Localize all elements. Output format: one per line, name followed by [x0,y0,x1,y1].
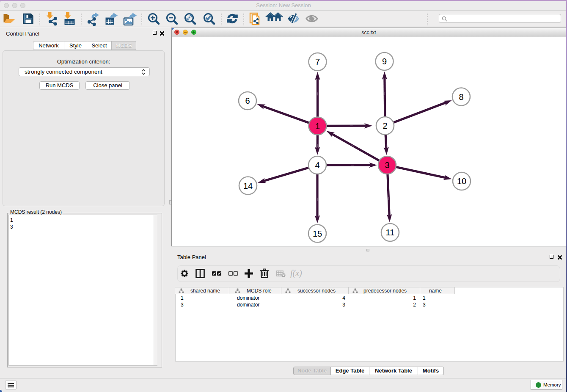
svg-text:9: 9 [382,57,387,66]
svg-text:15: 15 [313,229,322,238]
svg-text:1: 1 [315,121,320,131]
svg-text:7: 7 [315,57,320,66]
svg-text:11: 11 [386,228,395,237]
svg-text:14: 14 [243,181,253,190]
svg-text:2: 2 [383,121,387,130]
svg-text:10: 10 [457,177,466,186]
svg-text:8: 8 [459,92,463,102]
svg-text:6: 6 [245,96,250,105]
svg-text:4: 4 [315,160,319,170]
svg-text:3: 3 [385,160,389,170]
